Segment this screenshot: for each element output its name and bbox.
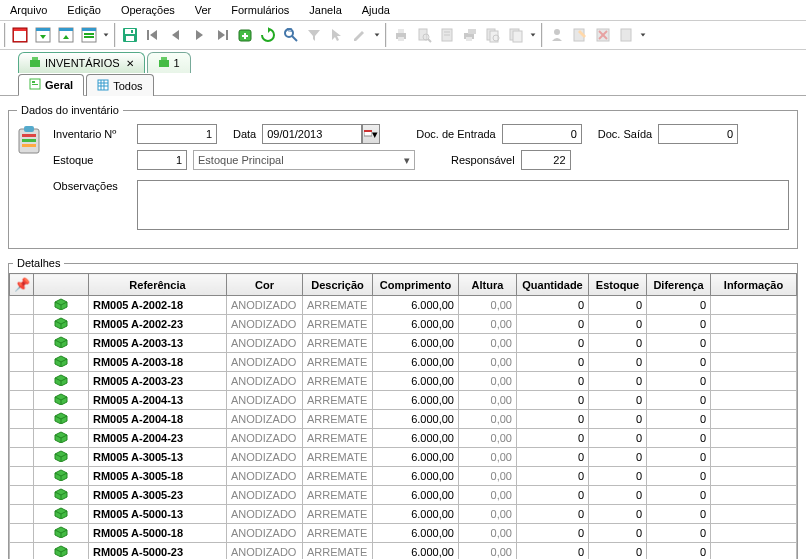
filter-icon[interactable]	[303, 24, 325, 46]
cell-quantidade: 0	[517, 448, 589, 467]
cell-informacao	[711, 467, 797, 486]
table-row[interactable]: RM005 A-2003-13ANODIZADOARREMATE6.000,00…	[10, 334, 797, 353]
cell-quantidade: 0	[517, 505, 589, 524]
table-row[interactable]: RM005 A-5000-13ANODIZADOARREMATE6.000,00…	[10, 505, 797, 524]
toolbar-dropdown-icon[interactable]	[101, 24, 111, 46]
table-row[interactable]: RM005 A-2002-18ANODIZADOARREMATE6.000,00…	[10, 296, 797, 315]
toolbar-dropdown-icon[interactable]	[638, 24, 648, 46]
cell-estoque: 0	[589, 429, 647, 448]
menu-arquivo[interactable]: Arquivo	[0, 2, 57, 18]
window-down-icon[interactable]	[32, 24, 54, 46]
th-pin[interactable]: 📌	[10, 274, 34, 296]
details-legend: Detalhes	[13, 257, 64, 269]
tab-label: 1	[174, 57, 180, 69]
cell-pin	[10, 524, 34, 543]
document-icon[interactable]	[615, 24, 637, 46]
doc-saida-input[interactable]	[658, 124, 738, 144]
cell-altura: 0,00	[459, 429, 517, 448]
refresh-icon[interactable]	[257, 24, 279, 46]
menu-ver[interactable]: Ver	[185, 2, 222, 18]
page-icon[interactable]	[436, 24, 458, 46]
search-icon[interactable]: AB	[280, 24, 302, 46]
cell-referencia: RM005 A-2004-23	[89, 429, 227, 448]
product-icon	[53, 469, 69, 483]
menu-operacoes[interactable]: Operações	[111, 2, 185, 18]
table-row[interactable]: RM005 A-2004-18ANODIZADOARREMATE6.000,00…	[10, 410, 797, 429]
window-grid-icon[interactable]	[78, 24, 100, 46]
data-input[interactable]	[262, 124, 362, 144]
table-row[interactable]: RM005 A-2003-23ANODIZADOARREMATE6.000,00…	[10, 372, 797, 391]
subtab-todos[interactable]: Todos	[86, 74, 153, 96]
table-row[interactable]: RM005 A-3005-13ANODIZADOARREMATE6.000,00…	[10, 448, 797, 467]
user-icon[interactable]	[546, 24, 568, 46]
window-up-icon[interactable]	[55, 24, 77, 46]
cell-pin	[10, 410, 34, 429]
toolbar-dropdown-icon[interactable]	[372, 24, 382, 46]
print-all-icon[interactable]	[459, 24, 481, 46]
th-informacao[interactable]: Informação	[711, 274, 797, 296]
cell-altura: 0,00	[459, 486, 517, 505]
cell-informacao	[711, 524, 797, 543]
table-row[interactable]: RM005 A-5000-23ANODIZADOARREMATE6.000,00…	[10, 543, 797, 560]
th-icon[interactable]	[34, 274, 89, 296]
th-comprimento[interactable]: Comprimento	[373, 274, 459, 296]
estoque-label: Estoque	[53, 154, 131, 166]
calendar-dropdown-icon[interactable]: ▾	[362, 124, 380, 144]
cell-diferenca: 0	[647, 353, 711, 372]
cell-informacao	[711, 315, 797, 334]
th-cor[interactable]: Cor	[227, 274, 303, 296]
toolbar-dropdown-icon[interactable]	[528, 24, 538, 46]
last-icon[interactable]	[211, 24, 233, 46]
th-descricao[interactable]: Descrição	[303, 274, 373, 296]
svg-rect-43	[30, 60, 40, 67]
preview-all-icon[interactable]	[482, 24, 504, 46]
table-row[interactable]: RM005 A-3005-18ANODIZADOARREMATE6.000,00…	[10, 467, 797, 486]
table-row[interactable]: RM005 A-2002-23ANODIZADOARREMATE6.000,00…	[10, 315, 797, 334]
responsavel-input[interactable]	[521, 150, 571, 170]
print-icon[interactable]	[390, 24, 412, 46]
estoque-dropdown[interactable]: Estoque Principal ▾	[193, 150, 415, 170]
table-row[interactable]: RM005 A-3005-23ANODIZADOARREMATE6.000,00…	[10, 486, 797, 505]
cell-cor: ANODIZADO	[227, 334, 303, 353]
next-icon[interactable]	[188, 24, 210, 46]
menu-janela[interactable]: Janela	[299, 2, 351, 18]
cancel-icon[interactable]	[592, 24, 614, 46]
pages-icon[interactable]	[505, 24, 527, 46]
cell-quantidade: 0	[517, 486, 589, 505]
add-icon[interactable]	[234, 24, 256, 46]
cell-estoque: 0	[589, 315, 647, 334]
prev-icon[interactable]	[165, 24, 187, 46]
cursor-icon[interactable]	[326, 24, 348, 46]
doc-saida-label: Doc. Saída	[598, 128, 652, 140]
cell-diferenca: 0	[647, 391, 711, 410]
tab-1[interactable]: 1	[147, 52, 191, 73]
first-icon[interactable]	[142, 24, 164, 46]
svg-rect-45	[159, 60, 169, 67]
menu-edicao[interactable]: Edição	[57, 2, 111, 18]
menu-ajuda[interactable]: Ajuda	[352, 2, 400, 18]
edit-icon[interactable]	[349, 24, 371, 46]
table-row[interactable]: RM005 A-2004-23ANODIZADOARREMATE6.000,00…	[10, 429, 797, 448]
estoque-num-input[interactable]	[137, 150, 187, 170]
doc-entrada-input[interactable]	[502, 124, 582, 144]
th-altura[interactable]: Altura	[459, 274, 517, 296]
tab-inventarios[interactable]: INVENTÁRIOS ✕	[18, 52, 145, 73]
table-row[interactable]: RM005 A-2004-13ANODIZADOARREMATE6.000,00…	[10, 391, 797, 410]
compose-icon[interactable]	[569, 24, 591, 46]
preview-icon[interactable]	[413, 24, 435, 46]
th-referencia[interactable]: Referência	[89, 274, 227, 296]
close-icon[interactable]: ✕	[126, 58, 134, 69]
inventario-input[interactable]	[137, 124, 217, 144]
table-row[interactable]: RM005 A-2003-18ANODIZADOARREMATE6.000,00…	[10, 353, 797, 372]
window-new-icon[interactable]	[9, 24, 31, 46]
save-icon[interactable]	[119, 24, 141, 46]
th-estoque[interactable]: Estoque	[589, 274, 647, 296]
table-row[interactable]: RM005 A-5000-18ANODIZADOARREMATE6.000,00…	[10, 524, 797, 543]
observacoes-input[interactable]	[137, 180, 789, 230]
svg-rect-5	[59, 28, 73, 31]
th-quantidade[interactable]: Quantidade	[517, 274, 589, 296]
subtab-geral[interactable]: Geral	[18, 74, 84, 96]
th-diferenca[interactable]: Diferença	[647, 274, 711, 296]
menu-formularios[interactable]: Formulários	[221, 2, 299, 18]
cell-comprimento: 6.000,00	[373, 467, 459, 486]
